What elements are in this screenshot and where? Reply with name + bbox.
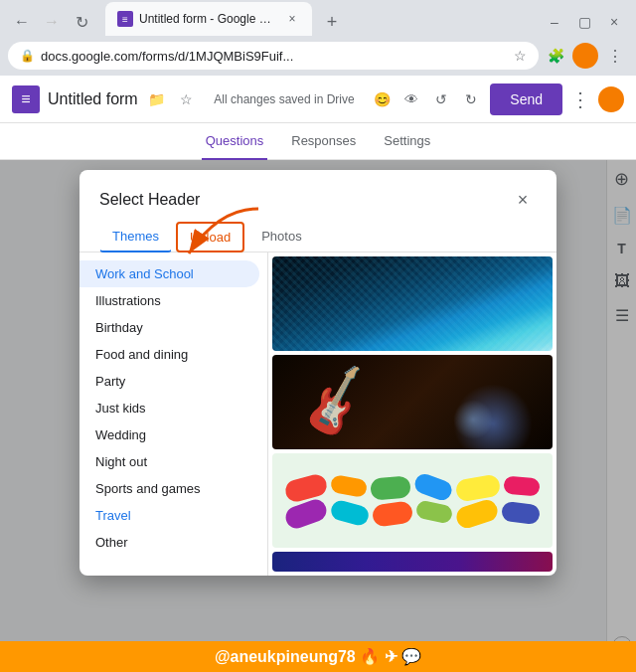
sidebar-item-just-kids[interactable]: Just kids (80, 395, 267, 421)
modal-close-button[interactable]: × (509, 186, 537, 214)
sidebar-item-wedding[interactable]: Wedding (80, 421, 267, 448)
modal-sidebar: Work and School Illustrations Birthday F… (80, 252, 268, 576)
preview-icon[interactable]: 👁 (400, 88, 422, 110)
modal-tab-themes[interactable]: Themes (99, 222, 172, 252)
app-icon: ≡ (12, 85, 40, 113)
modal-body: Work and School Illustrations Birthday F… (80, 252, 556, 576)
sidebar-item-illustrations[interactable]: Illustrations (80, 287, 267, 314)
tab-close-button[interactable]: × (284, 11, 300, 27)
watermark-text: @aneukpineung78 🔥 ✈ 💬 (215, 648, 421, 665)
profile-avatar[interactable] (572, 43, 598, 69)
header-image-tech[interactable] (272, 256, 553, 351)
tab-title: Untitled form - Google Forms (139, 12, 278, 26)
address-text: docs.google.com/forms/d/1MJQMBiS9Fuif... (41, 49, 508, 64)
folder-icon[interactable]: 📁 (146, 88, 168, 110)
window-close-button[interactable]: × (600, 8, 628, 36)
save-status: All changes saved in Drive (206, 92, 364, 106)
minimize-button[interactable]: – (541, 8, 568, 36)
page-wrapper: ← → ↻ ≡ Untitled form - Google Forms × +… (0, 0, 636, 672)
app-toolbar: ≡ Untitled form 📁 ☆ All changes saved in… (0, 76, 636, 123)
sidebar-item-work-school[interactable]: Work and School (80, 260, 259, 287)
extensions-icon[interactable]: 🧩 (543, 43, 568, 69)
emoji-icon[interactable]: 😊 (371, 88, 393, 110)
header-image-guitar[interactable]: 🎸 (272, 355, 553, 449)
undo-icon[interactable]: ↺ (430, 88, 452, 110)
sidebar-item-birthday[interactable]: Birthday (80, 314, 267, 341)
sidebar-item-other[interactable]: Other (80, 529, 267, 556)
sidebar-item-party[interactable]: Party (80, 368, 267, 395)
star-icon[interactable]: ☆ (176, 88, 198, 110)
refresh-button[interactable]: ↻ (68, 8, 95, 36)
bookmark-icon[interactable]: ☆ (514, 48, 527, 64)
main-content: I don't really like it Select Header × (0, 160, 636, 672)
sidebar-item-night-out[interactable]: Night out (80, 448, 267, 475)
maximize-button[interactable]: ▢ (570, 8, 598, 36)
send-button[interactable]: Send (490, 84, 562, 115)
modal-tabs: Themes Upload Photos (80, 214, 556, 252)
user-avatar[interactable] (598, 86, 624, 112)
more-options-icon[interactable]: ⋮ (570, 87, 590, 111)
sidebar-item-travel[interactable]: Travel (80, 502, 267, 529)
chrome-menu-icon[interactable]: ⋮ (602, 43, 628, 69)
tab-favicon: ≡ (117, 11, 133, 27)
modal-tab-upload[interactable]: Upload (176, 222, 244, 252)
new-tab-button[interactable]: + (318, 8, 346, 36)
tab-questions[interactable]: Questions (202, 123, 268, 160)
modal-tab-photos[interactable]: Photos (248, 222, 314, 252)
app-title: Untitled form (48, 90, 138, 108)
tab-responses[interactable]: Responses (287, 123, 360, 160)
sidebar-item-food-dining[interactable]: Food and dining (80, 341, 267, 368)
form-tabs: Questions Responses Settings (0, 123, 636, 160)
modal-header: Select Header × (80, 170, 556, 214)
header-image-candy[interactable] (272, 453, 553, 548)
modal-images[interactable]: 🎸 (268, 252, 556, 576)
tab-settings[interactable]: Settings (380, 123, 434, 160)
address-bar[interactable]: 🔒 docs.google.com/forms/d/1MJQMBiS9Fuif.… (8, 42, 539, 70)
redo-icon[interactable]: ↻ (460, 88, 482, 110)
address-bar-row: 🔒 docs.google.com/forms/d/1MJQMBiS9Fuif.… (0, 36, 636, 76)
modal-title: Select Header (99, 191, 200, 209)
forward-button[interactable]: → (38, 8, 66, 36)
back-button[interactable]: ← (8, 8, 36, 36)
sidebar-item-sports-games[interactable]: Sports and games (80, 475, 267, 502)
active-tab[interactable]: ≡ Untitled form - Google Forms × (105, 2, 312, 36)
modal-overlay[interactable]: Select Header × (0, 160, 636, 672)
watermark-bar: @aneukpineung78 🔥 ✈ 💬 (0, 641, 636, 672)
select-header-modal: Select Header × (80, 170, 556, 576)
header-image-partial[interactable] (272, 552, 553, 572)
